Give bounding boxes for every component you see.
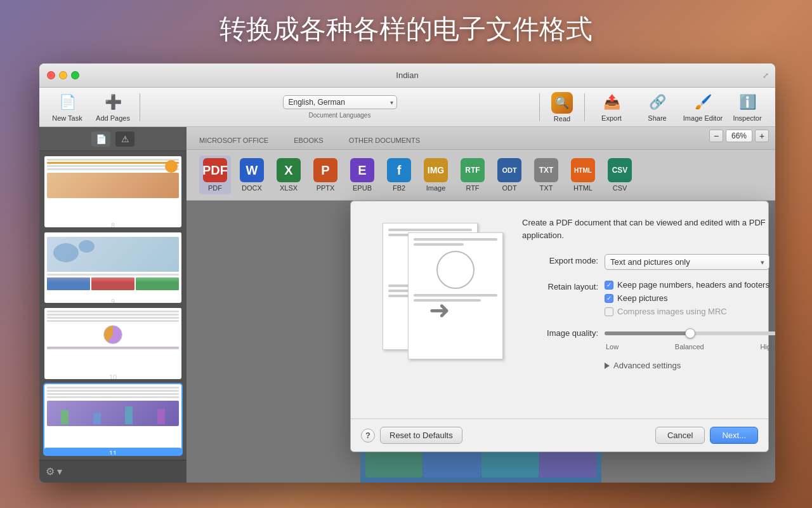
sidebar-tab-warning[interactable]: ⚠ xyxy=(115,131,134,147)
page-thumb-9[interactable]: 9 xyxy=(44,232,181,304)
read-label: Read xyxy=(554,115,570,123)
page-thumb-8[interactable]: 8 xyxy=(44,156,181,227)
preview-page-front xyxy=(408,232,503,359)
sidebar-bottom: ⚙ ▾ xyxy=(39,460,187,483)
share-button[interactable]: 🔗 Share xyxy=(636,90,679,124)
triangle-icon xyxy=(605,363,610,369)
retain-layout-label: Retain layout: xyxy=(522,280,598,291)
page-num-11: 11 xyxy=(44,448,181,455)
checkbox-item-3: Compress images using MRC xyxy=(605,307,775,316)
minimize-button[interactable] xyxy=(59,71,67,79)
checkbox-3-label: Compress images using MRC xyxy=(617,307,727,316)
export-dialog: ➜ xyxy=(350,201,769,452)
chart-bar-1 xyxy=(47,277,90,290)
image-quality-row: Image quality: Low xyxy=(522,326,775,351)
help-button[interactable]: ? xyxy=(361,429,375,443)
t8-3 xyxy=(47,165,179,167)
slider-balanced: Balanced xyxy=(675,343,704,351)
add-pages-button[interactable]: ➕ Add Pages xyxy=(91,90,134,124)
slider-high: High xyxy=(760,343,775,351)
t11-3 xyxy=(47,393,179,395)
page-thumb-img-11 xyxy=(44,384,181,448)
add-pages-label: Add Pages xyxy=(96,114,130,122)
next-button[interactable]: Next... xyxy=(710,427,758,444)
dialog-content: ➜ xyxy=(351,201,768,418)
export-button[interactable]: 📤 Export xyxy=(590,90,633,124)
slider-ticks: Low Balanced High xyxy=(605,343,775,351)
slider-container: Low Balanced High xyxy=(605,326,775,351)
sidebar: 📄 ⚠ 8 xyxy=(39,127,187,483)
slider-thumb[interactable] xyxy=(685,328,695,338)
preview-arrow: ➜ xyxy=(429,295,450,324)
toolbar-separator-3 xyxy=(584,93,585,121)
thumb-map-9 xyxy=(47,237,179,272)
background-title: 转换成各种各样的电子文件格式 xyxy=(0,11,812,47)
close-button[interactable] xyxy=(47,71,55,79)
checkbox-1[interactable]: ✓ xyxy=(605,281,613,290)
pl6 xyxy=(414,238,497,241)
inspector-label: Inspector xyxy=(733,114,761,122)
cancel-button[interactable]: Cancel xyxy=(655,427,705,444)
t8-1 xyxy=(47,159,179,161)
add-pages-icon: ➕ xyxy=(103,92,123,112)
page-thumb-10[interactable]: 10 xyxy=(44,308,181,379)
checkbox-item-1[interactable]: ✓ Keep page numbers, headers and footers xyxy=(605,280,775,290)
language-select-wrap: English, German xyxy=(283,95,397,109)
page-num-10: 10 xyxy=(44,371,181,379)
language-select[interactable]: English, German xyxy=(283,95,397,109)
image-quality-label: Image quality: xyxy=(522,326,598,338)
export-mode-control: Text and pictures only Formatted text Fl… xyxy=(605,254,775,270)
preview-lines-front xyxy=(409,233,502,309)
language-section: English, German Document Languages xyxy=(145,95,534,119)
export-icon: 📤 xyxy=(601,92,622,112)
titlebar: Indian ⤢ xyxy=(39,64,775,88)
content-area: 📄 ⚠ 8 xyxy=(39,127,775,483)
read-button[interactable]: 🔍 Read xyxy=(545,92,579,123)
main-content: MICROSOFT OFFICE EBOOKS OTHER DOCUMENTS … xyxy=(187,127,775,483)
inspector-button[interactable]: ℹ️ Inspector xyxy=(726,90,769,124)
maximize-button[interactable] xyxy=(71,71,79,79)
pl8 xyxy=(414,294,497,297)
page-num-9: 9 xyxy=(44,296,181,304)
retain-layout-row: Retain layout: ✓ Keep page numbers, head… xyxy=(522,280,775,316)
traffic-lights xyxy=(47,71,79,79)
new-task-label: New Task xyxy=(52,114,82,122)
new-task-icon: 📄 xyxy=(57,92,77,112)
image-editor-button[interactable]: 🖌️ Image Editor xyxy=(681,90,724,124)
thumb-pie-10 xyxy=(47,325,179,344)
t11-1 xyxy=(47,387,179,389)
window-title: Indian xyxy=(396,70,418,80)
gear-button[interactable]: ⚙ ▾ xyxy=(46,465,62,478)
chart-bar-2 xyxy=(91,277,134,290)
checkbox-3 xyxy=(605,307,613,316)
advanced-settings-toggle[interactable]: Advanced settings xyxy=(605,361,775,370)
b4 xyxy=(157,409,165,424)
page-11-content xyxy=(44,384,181,448)
thumb-charts-9 xyxy=(47,277,179,290)
page-9-content xyxy=(44,232,181,296)
checkbox-item-2[interactable]: ✓ Keep pictures xyxy=(605,293,775,303)
pl7 xyxy=(414,243,464,246)
thumb-chart-8 xyxy=(47,173,179,198)
export-label: Export xyxy=(601,114,622,122)
checkbox-1-label: Keep page numbers, headers and footers xyxy=(617,280,769,290)
toolbar-separator xyxy=(140,93,140,121)
slider-fill xyxy=(605,331,690,335)
checkbox-2[interactable]: ✓ xyxy=(605,294,613,303)
t10-5 xyxy=(47,347,179,349)
checkbox-2-label: Keep pictures xyxy=(617,293,668,303)
expand-icon[interactable]: ⤢ xyxy=(763,71,769,80)
sidebar-tab-pages[interactable]: 📄 xyxy=(91,131,110,147)
export-mode-select[interactable]: Text and pictures only Formatted text Fl… xyxy=(605,254,769,270)
page-10-content xyxy=(44,308,181,371)
dialog-settings: Create a PDF document that can be viewed… xyxy=(522,217,775,403)
t9-1 xyxy=(47,274,179,276)
reset-button[interactable]: Reset to Defaults xyxy=(380,427,462,444)
toolbar-separator-2 xyxy=(539,93,540,121)
page-thumb-11[interactable]: 11 xyxy=(44,384,181,455)
t10-1 xyxy=(47,311,179,312)
new-task-button[interactable]: 📄 New Task xyxy=(46,90,89,124)
document-languages-label: Document Languages xyxy=(309,112,371,119)
dialog-overlay: ➜ xyxy=(187,127,775,483)
page-thumb-img-10 xyxy=(44,308,181,371)
